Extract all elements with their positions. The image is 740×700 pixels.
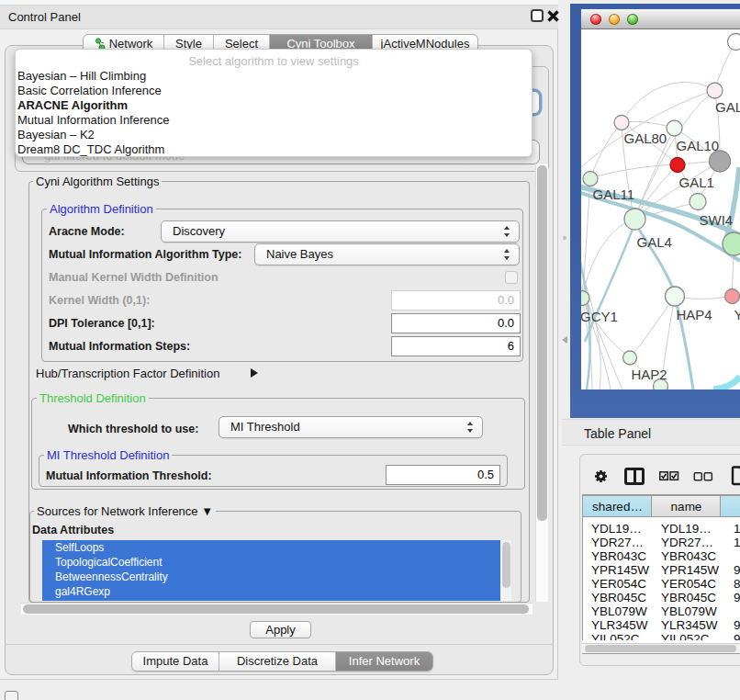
svg-text:HAP2: HAP2 xyxy=(632,367,667,382)
svg-text:SWI4: SWI4 xyxy=(700,212,734,228)
svg-text:GAL80: GAL80 xyxy=(624,130,667,146)
svg-text:GAL4: GAL4 xyxy=(637,234,672,250)
svg-text:HAP4: HAP4 xyxy=(677,307,712,322)
svg-text:GCY1: GCY1 xyxy=(581,309,618,324)
svg-text:Y: Y xyxy=(734,307,740,322)
svg-text:GAL11: GAL11 xyxy=(593,186,635,202)
svg-text:GAL1: GAL1 xyxy=(679,175,714,190)
svg-text:GAL7: GAL7 xyxy=(715,99,740,115)
svg-text:GAL10: GAL10 xyxy=(677,138,720,153)
